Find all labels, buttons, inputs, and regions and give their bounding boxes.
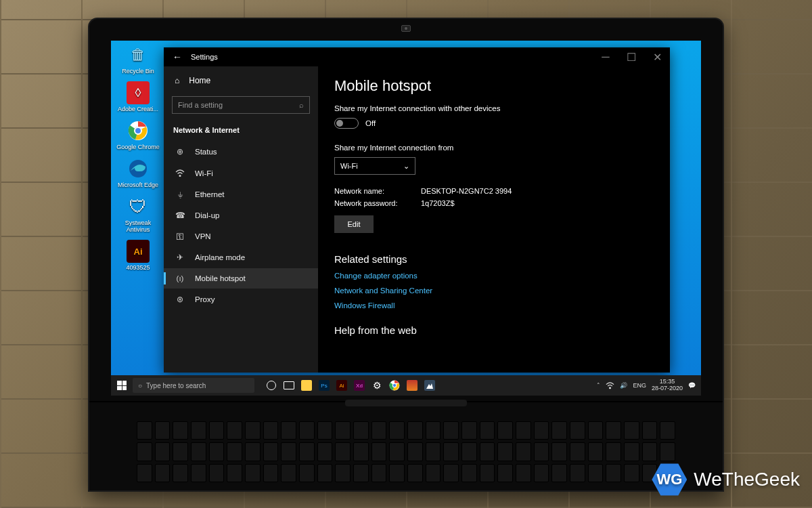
- related-settings-heading: Related settings: [334, 253, 654, 265]
- svg-point-4: [179, 175, 181, 177]
- recycle-bin-icon: 🗑: [127, 43, 150, 66]
- nav-label: Mobile hotspot: [195, 274, 246, 282]
- ethernet-icon: ⏚: [175, 190, 185, 198]
- hotspot-icon: (ı): [175, 274, 185, 282]
- volume-tray-icon[interactable]: 🔊: [620, 382, 627, 389]
- action-center-icon[interactable]: 💬: [688, 382, 696, 389]
- close-button[interactable]: ✕: [644, 47, 670, 66]
- desktop-icon-systweak[interactable]: 🛡 Systweak Antivirus: [115, 195, 161, 233]
- minimize-button[interactable]: ─: [593, 47, 618, 66]
- home-nav[interactable]: ⌂ Home: [164, 72, 318, 89]
- status-icon: ⊕: [175, 147, 185, 156]
- nav-label: Status: [195, 148, 217, 156]
- desktop-icon-column: 🗑 Recycle Bin ◊ Adobe Creati... Google C…: [115, 43, 161, 271]
- wifi-tray-icon[interactable]: [606, 381, 614, 390]
- toggle-state: Off: [365, 119, 376, 127]
- nav-label: VPN: [195, 232, 211, 240]
- clock[interactable]: 15:35 28-07-2020: [652, 379, 683, 392]
- network-password-value: 1q7203Z$: [421, 199, 455, 207]
- desktop-icon-recycle-bin[interactable]: 🗑 Recycle Bin: [115, 43, 161, 75]
- nav-mobile-hotspot[interactable]: (ı) Mobile hotspot: [164, 268, 318, 289]
- taskbar-search[interactable]: ○ Type here to search: [133, 378, 254, 393]
- window-title: Settings: [191, 53, 218, 61]
- back-button[interactable]: ←: [164, 51, 191, 62]
- section-header: Network & Internet: [164, 123, 318, 141]
- nav-label: Airplane mode: [195, 253, 245, 261]
- vpn-icon: ⚿: [175, 232, 185, 240]
- watermark-logo: WG: [652, 462, 687, 497]
- settings-sidebar: ⌂ Home Find a setting ⌕ Network & Intern…: [164, 66, 318, 373]
- find-setting-input[interactable]: Find a setting ⌕: [172, 96, 310, 114]
- proxy-icon: ⊛: [175, 295, 185, 304]
- help-heading: Help from the web: [334, 324, 654, 336]
- desktop-icon-label: Google Chrome: [116, 144, 160, 150]
- language-indicator[interactable]: ENG: [633, 382, 646, 389]
- share-from-dropdown[interactable]: Wi-Fi ⌄: [334, 157, 415, 175]
- nav-vpn[interactable]: ⚿ VPN: [164, 226, 318, 247]
- nav-label: Wi-Fi: [195, 169, 213, 177]
- desktop-icon-illustrator[interactable]: Ai 4093525: [115, 240, 161, 271]
- cortana-button[interactable]: [263, 375, 280, 396]
- search-placeholder: Find a setting: [178, 101, 223, 109]
- nav-label: Proxy: [195, 295, 215, 303]
- wifi-icon: [175, 169, 185, 178]
- desktop-icon-chrome[interactable]: Google Chrome: [115, 119, 161, 150]
- svg-point-6: [392, 383, 396, 387]
- desktop-icon-label: Adobe Creati...: [118, 106, 158, 112]
- network-name-label: Network name:: [334, 187, 411, 195]
- titlebar: ← Settings ─ ☐ ✕: [164, 47, 670, 66]
- chrome-icon: [127, 119, 150, 142]
- taskbar: ○ Type here to search Ps Ai Xd ⚙ ˄: [111, 375, 701, 396]
- nav-wifi[interactable]: Wi-Fi: [164, 163, 318, 184]
- airplane-icon: ✈: [175, 253, 185, 262]
- taskbar-app-image1[interactable]: [403, 375, 421, 396]
- dropdown-value: Wi-Fi: [340, 162, 358, 170]
- taskbar-app-chrome[interactable]: [386, 375, 403, 396]
- nav-dialup[interactable]: ☎ Dial-up: [164, 205, 318, 226]
- home-label: Home: [189, 76, 210, 85]
- nav-airplane[interactable]: ✈ Airplane mode: [164, 247, 318, 268]
- gear-icon: ⚙: [373, 380, 382, 391]
- laptop-keyboard: [89, 401, 723, 490]
- taskbar-app-xd[interactable]: Xd: [351, 375, 368, 396]
- nav-label: Dial-up: [195, 211, 219, 219]
- taskbar-app-explorer[interactable]: [298, 375, 315, 396]
- network-password-label: Network password:: [334, 199, 411, 207]
- link-network-sharing[interactable]: Network and Sharing Center: [334, 287, 654, 295]
- edge-icon: [127, 157, 150, 180]
- svg-point-2: [135, 127, 141, 134]
- laptop-screen: 🗑 Recycle Bin ◊ Adobe Creati... Google C…: [111, 41, 701, 396]
- windows-logo-icon: [117, 381, 127, 390]
- desktop-icon-edge[interactable]: Microsoft Edge: [115, 157, 161, 188]
- home-icon: ⌂: [175, 76, 179, 85]
- share-toggle[interactable]: [334, 118, 359, 129]
- nav-label: Ethernet: [195, 190, 224, 198]
- tray-chevron-icon[interactable]: ˄: [597, 382, 600, 389]
- chevron-down-icon: ⌄: [403, 162, 409, 171]
- desktop-icon-adobe-creative[interactable]: ◊ Adobe Creati...: [115, 81, 161, 112]
- nav-proxy[interactable]: ⊛ Proxy: [164, 289, 318, 310]
- task-view-button[interactable]: [280, 375, 298, 396]
- taskbar-app-settings[interactable]: ⚙: [368, 375, 386, 396]
- maximize-button[interactable]: ☐: [618, 47, 644, 66]
- search-placeholder: Type here to search: [146, 382, 206, 389]
- network-name-value: DESKTOP-N2GN7C2 3994: [421, 187, 512, 195]
- shield-icon: 🛡: [127, 195, 150, 218]
- taskbar-app-image2[interactable]: [421, 375, 438, 396]
- taskbar-app-illustrator[interactable]: Ai: [333, 375, 351, 396]
- laptop-bezel: 🗑 Recycle Bin ◊ Adobe Creati... Google C…: [88, 18, 724, 492]
- search-icon: ○: [138, 382, 142, 389]
- adobe-cc-icon: ◊: [127, 81, 150, 104]
- svg-point-7: [610, 387, 611, 388]
- dialup-icon: ☎: [175, 211, 185, 220]
- nav-status[interactable]: ⊕ Status: [164, 141, 318, 163]
- start-button[interactable]: [111, 375, 133, 396]
- share-from-label: Share my Internet connection from: [334, 144, 654, 152]
- edit-button[interactable]: Edit: [334, 215, 374, 233]
- nav-ethernet[interactable]: ⏚ Ethernet: [164, 184, 318, 205]
- link-windows-firewall[interactable]: Windows Firewall: [334, 301, 654, 310]
- settings-content: Mobile hotspot Share my Internet connect…: [318, 66, 670, 373]
- link-change-adapter[interactable]: Change adapter options: [334, 272, 654, 280]
- desktop-icon-label: Systweak Antivirus: [115, 219, 161, 233]
- taskbar-app-photoshop[interactable]: Ps: [315, 375, 333, 396]
